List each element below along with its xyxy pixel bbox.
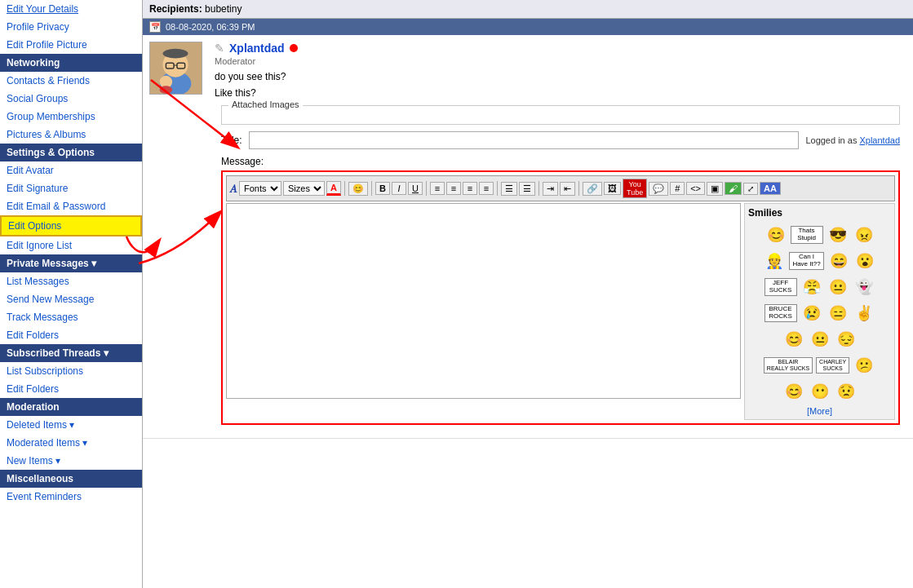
code-btn[interactable]: <> <box>686 182 705 195</box>
sidebar-item-new-items[interactable]: New Items ▾ <box>0 452 142 470</box>
sidebar-item-edit-signature[interactable]: Edit Signature <box>0 179 142 197</box>
smilies-row-1: 😊 ThatsStupid 😎 😠 <box>748 223 891 246</box>
separator-2 <box>371 181 372 196</box>
message-box-wrapper: 𝐴 Fonts Sizes A <box>221 170 900 425</box>
align-center-btn[interactable]: ≡ <box>446 182 461 195</box>
pencil-icon: ✎ <box>215 42 224 55</box>
title-input[interactable] <box>249 131 800 149</box>
separator-5 <box>538 181 539 196</box>
expand-btn[interactable]: ⤢ <box>743 183 758 195</box>
logged-in-username-link[interactable]: Xplantdad <box>859 135 900 145</box>
hash-btn[interactable]: # <box>670 182 685 195</box>
video-btn[interactable]: YouTube <box>623 179 647 198</box>
smiley-sign-belairsucks[interactable]: BELAIRREALLY SUCKS <box>764 357 813 373</box>
sidebar-item-edit-ignore-list[interactable]: Edit Ignore List <box>0 237 142 254</box>
sidebar-item-pictures-albums[interactable]: Pictures & Albums <box>0 126 142 144</box>
smiley-8[interactable]: 😐 <box>827 276 849 298</box>
post-username[interactable]: Xplantdad <box>229 42 285 55</box>
sidebar: Edit Your Details Profile Privacy Edit P… <box>0 0 143 588</box>
quote-btn[interactable]: 💬 <box>649 182 668 196</box>
smiley-19[interactable]: 😟 <box>835 380 858 403</box>
smiley-7[interactable]: 😤 <box>800 276 823 298</box>
editor-toolbar: 𝐴 Fonts Sizes A <box>226 175 895 201</box>
separator-3 <box>426 181 427 196</box>
sidebar-item-edit-folders-pm[interactable]: Edit Folders <box>0 326 142 344</box>
smiley-10[interactable]: 😢 <box>800 302 823 325</box>
editor-textarea-area <box>226 203 741 420</box>
image-btn[interactable]: 🖼 <box>604 182 621 195</box>
sidebar-item-group-memberships[interactable]: Group Memberships <box>0 108 142 126</box>
smiley-1[interactable]: 😊 <box>765 223 787 246</box>
aa-btn[interactable]: AA <box>760 182 781 195</box>
eraser-btn[interactable]: 🖌 <box>725 182 742 195</box>
smiley-5[interactable]: 😄 <box>827 250 850 272</box>
smilies-more-link[interactable]: [More] <box>748 406 891 416</box>
smiley-3[interactable]: 😠 <box>853 223 875 246</box>
font-select[interactable]: Fonts <box>239 181 281 196</box>
align-left-btn[interactable]: ≡ <box>430 182 445 195</box>
bold-btn[interactable]: B <box>375 182 390 195</box>
smiley-sign-brucerocks[interactable]: BRUCEROCKS <box>765 304 797 322</box>
underline-btn[interactable]: U <box>408 182 423 195</box>
smiley-16[interactable]: 😕 <box>853 354 875 377</box>
sidebar-item-edit-avatar[interactable]: Edit Avatar <box>0 161 142 179</box>
sidebar-item-edit-email-password[interactable]: Edit Email & Password <box>0 197 142 215</box>
smiley-13[interactable]: 😊 <box>782 328 805 351</box>
smiley-12[interactable]: ✌ <box>853 302 875 325</box>
align-right-btn[interactable]: ≡ <box>463 182 477 195</box>
smiley-11[interactable]: 😑 <box>827 302 849 325</box>
smiley-6[interactable]: 😮 <box>853 250 876 272</box>
smilies-row-5: 😊 😐 😔 <box>748 328 891 351</box>
editor-smilies-row: Smilies 😊 ThatsStupid 😎 😠 <box>226 203 895 420</box>
smiley-9[interactable]: 👻 <box>853 276 875 298</box>
sidebar-item-profile-privacy[interactable]: Profile Privacy <box>0 18 142 36</box>
sidebar-item-edit-your-details[interactable]: Edit Your Details <box>0 0 142 18</box>
sidebar-item-send-new-message[interactable]: Send New Message <box>0 290 142 308</box>
attached-images-label: Attached Images <box>228 99 303 109</box>
smiley-sign-jeffsucks[interactable]: JEFFSUCKS <box>765 278 797 296</box>
sidebar-item-contacts-friends[interactable]: Contacts & Friends <box>0 72 142 90</box>
smiley-4[interactable]: 👷 <box>763 250 786 272</box>
smiley-sign-charleysucks[interactable]: CHARLEYSUCKS <box>816 357 849 373</box>
smiley-17[interactable]: 😊 <box>782 380 805 403</box>
smiley-sign-canihave[interactable]: Can IHave It?? <box>789 252 823 270</box>
calendar-icon: 📅 <box>149 21 161 33</box>
sidebar-item-moderated-items[interactable]: Moderated Items ▾ <box>0 434 142 452</box>
unordered-list-btn[interactable]: ☰ <box>519 182 535 196</box>
smiley-15[interactable]: 😔 <box>835 328 858 351</box>
font-color-btn[interactable]: A <box>326 181 341 196</box>
sidebar-item-deleted-items[interactable]: Deleted Items ▾ <box>0 416 142 434</box>
message-textarea[interactable] <box>226 203 741 399</box>
sidebar-section-networking: Networking <box>0 54 142 72</box>
smilies-title: Smilies <box>748 207 891 219</box>
sidebar-item-event-reminders[interactable]: Event Reminders <box>0 488 142 506</box>
sidebar-item-list-messages[interactable]: List Messages <box>0 272 142 290</box>
smiley-sign-stupid[interactable]: ThatsStupid <box>791 226 823 244</box>
smiley-2[interactable]: 😎 <box>827 223 849 246</box>
title-label: Title: <box>221 135 242 146</box>
smiley-14[interactable]: 😐 <box>809 328 831 351</box>
indent-btn[interactable]: ⇥ <box>543 182 558 196</box>
table-btn[interactable]: ▣ <box>707 182 723 196</box>
separator-6 <box>578 181 579 196</box>
sidebar-item-edit-folders-sub[interactable]: Edit Folders <box>0 380 142 398</box>
logged-in-info: Logged in as Xplantdad <box>805 135 900 145</box>
recipients-value: bubetiny <box>205 3 242 15</box>
sidebar-item-social-groups[interactable]: Social Groups <box>0 90 142 108</box>
sidebar-item-track-messages[interactable]: Track Messages <box>0 308 142 326</box>
sidebar-item-edit-options[interactable]: Edit Options <box>0 215 142 237</box>
smilies-row-7: 😊 😶 😟 <box>748 380 891 403</box>
sidebar-item-edit-profile-picture[interactable]: Edit Profile Picture <box>0 36 142 54</box>
align-justify-btn[interactable]: ≡ <box>479 182 494 195</box>
outdent-btn[interactable]: ⇤ <box>560 182 575 196</box>
ordered-list-btn[interactable]: ☰ <box>501 182 517 196</box>
smiley-18[interactable]: 😶 <box>809 380 831 403</box>
size-select[interactable]: Sizes <box>283 181 325 196</box>
italic-btn[interactable]: I <box>392 182 406 195</box>
toolbar-right: ⤢ AA <box>743 182 781 195</box>
smilies-grid: 😊 ThatsStupid 😎 😠 👷 Can IHave It?? <box>748 223 891 403</box>
smiley-btn[interactable]: 😊 <box>348 182 368 196</box>
svg-point-6 <box>163 49 188 59</box>
link-btn[interactable]: 🔗 <box>583 182 602 196</box>
sidebar-item-list-subscriptions[interactable]: List Subscriptions <box>0 362 142 380</box>
